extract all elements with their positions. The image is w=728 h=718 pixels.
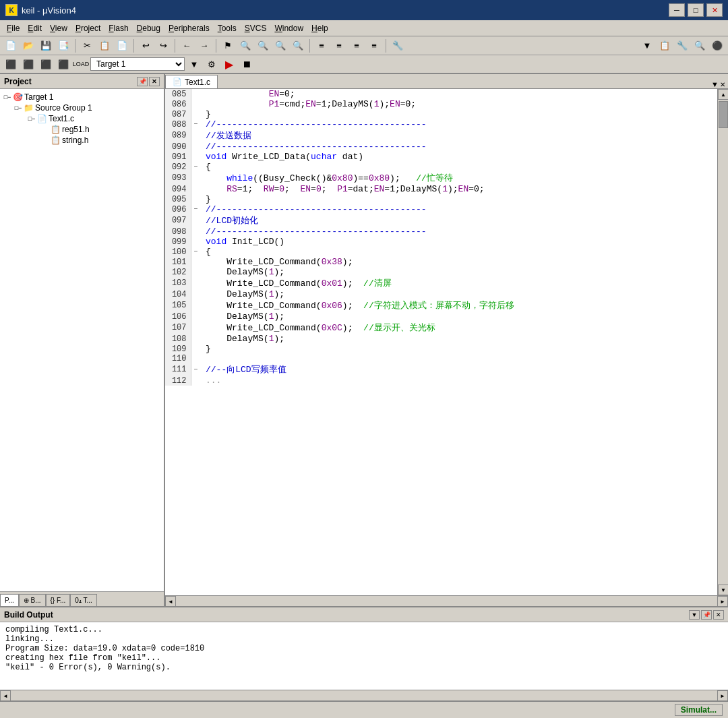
- fold-indicator[interactable]: −: [191, 162, 200, 172]
- tab-books[interactable]: ⊕ B...: [19, 594, 46, 606]
- save-btn[interactable]: 💾: [38, 38, 54, 53]
- fold-indicator[interactable]: [191, 311, 200, 322]
- cut-btn[interactable]: ✂: [79, 38, 95, 53]
- dropdown-btn[interactable]: ▼: [639, 38, 655, 53]
- open-btn[interactable]: 📂: [20, 38, 36, 53]
- vertical-scrollbar[interactable]: ▲ ▼: [717, 89, 728, 595]
- build-htrack[interactable]: [11, 690, 717, 700]
- comment-btn[interactable]: ≡: [348, 38, 365, 53]
- fold-indicator[interactable]: [191, 257, 200, 267]
- fold-indicator[interactable]: [191, 344, 200, 354]
- menu-help[interactable]: Help: [307, 22, 332, 34]
- scroll-up-btn[interactable]: ▲: [718, 89, 728, 100]
- tab-templates[interactable]: 0₄ T...: [70, 594, 97, 606]
- fold-indicator[interactable]: [191, 109, 200, 119]
- fold-indicator[interactable]: [191, 172, 200, 184]
- outdent-btn[interactable]: ≡: [331, 38, 347, 53]
- fold-indicator[interactable]: −: [191, 119, 200, 129]
- new-file-btn[interactable]: 📄: [3, 38, 19, 53]
- menu-flash[interactable]: Flash: [104, 22, 132, 34]
- fold-indicator[interactable]: [191, 194, 200, 204]
- window-controls[interactable]: ─ □ ✕: [669, 3, 723, 17]
- fold-indicator[interactable]: [191, 99, 200, 109]
- scroll-thumb[interactable]: [719, 101, 728, 128]
- build-scroll-left[interactable]: ◄: [0, 690, 11, 701]
- toggle-source-group1[interactable]: □−: [13, 103, 23, 113]
- extra-btn3[interactable]: 🔍: [692, 38, 708, 53]
- fold-indicator[interactable]: [191, 89, 200, 99]
- chip-btn[interactable]: ⬛: [3, 57, 19, 71]
- back-btn[interactable]: ←: [179, 38, 195, 53]
- wizard-btn[interactable]: ⚙: [204, 57, 220, 71]
- editor-close-btn[interactable]: ✕: [720, 81, 725, 88]
- fold-indicator[interactable]: [191, 152, 200, 162]
- menu-project[interactable]: Project: [71, 22, 104, 34]
- find-btn[interactable]: 🔍: [237, 38, 253, 53]
- menu-window[interactable]: Window: [270, 22, 307, 34]
- code-scroll[interactable]: 085 EN=0; 086 P1=cmd;EN=1;DelayMS(1);EN=…: [165, 89, 717, 595]
- chip4-btn[interactable]: ⬛: [55, 57, 71, 71]
- target-select[interactable]: Target 1: [90, 57, 185, 71]
- restore-button[interactable]: □: [688, 3, 704, 17]
- tree-reg51h[interactable]: 📋 reg51.h: [0, 124, 164, 135]
- tree-target1[interactable]: □− 🎯 Target 1: [0, 92, 164, 102]
- fold-indicator[interactable]: [191, 227, 200, 237]
- fold-indicator[interactable]: [191, 376, 200, 386]
- toggle-text1c[interactable]: □−: [27, 114, 36, 123]
- tab-dropdown-icon[interactable]: ▼: [711, 80, 719, 88]
- chip5-btn[interactable]: LOAD: [73, 57, 89, 71]
- redo-btn[interactable]: ↪: [155, 38, 171, 53]
- extra-btn2[interactable]: 🔧: [674, 38, 690, 53]
- find4-btn[interactable]: 🔍: [290, 38, 306, 53]
- forward-btn[interactable]: →: [196, 38, 212, 53]
- menu-svcs[interactable]: SVCS: [241, 22, 271, 34]
- menu-edit[interactable]: Edit: [24, 22, 46, 34]
- build-target-btn[interactable]: ▶: [221, 57, 237, 71]
- undo-btn[interactable]: ↩: [138, 38, 154, 53]
- build-pin-btn[interactable]: 📌: [701, 610, 712, 620]
- bookmark-btn[interactable]: ⚑: [220, 38, 236, 53]
- tab-functions[interactable]: {} F...: [46, 594, 71, 606]
- menu-debug[interactable]: Debug: [133, 22, 164, 34]
- find2-btn[interactable]: 🔍: [255, 38, 271, 53]
- tree-stringh[interactable]: 📋 string.h: [0, 135, 164, 146]
- fold-indicator[interactable]: [191, 129, 200, 142]
- target-options-btn[interactable]: ▼: [186, 57, 202, 71]
- indent-btn[interactable]: ≡: [313, 38, 330, 53]
- stop-btn[interactable]: ⏹: [239, 57, 255, 71]
- menu-file[interactable]: File: [3, 22, 24, 34]
- fold-indicator[interactable]: [191, 267, 200, 277]
- fold-indicator[interactable]: [191, 354, 200, 363]
- fold-indicator[interactable]: [191, 277, 200, 289]
- tab-project[interactable]: P...: [0, 594, 19, 606]
- horizontal-scrollbar[interactable]: ◄ ►: [165, 595, 728, 606]
- scroll-track[interactable]: [718, 100, 728, 585]
- find3-btn[interactable]: 🔍: [272, 38, 289, 53]
- minimize-button[interactable]: ─: [669, 3, 685, 17]
- tree-source-group1[interactable]: □− 📁 Source Group 1: [0, 102, 164, 113]
- fold-indicator[interactable]: −: [191, 247, 200, 257]
- fold-indicator[interactable]: [191, 289, 200, 299]
- build-close-btn[interactable]: ✕: [713, 610, 724, 620]
- fold-indicator[interactable]: [191, 237, 200, 247]
- save-all-btn[interactable]: 📑: [55, 38, 71, 53]
- build-scroll-right[interactable]: ►: [717, 690, 728, 701]
- hscroll-track[interactable]: [176, 596, 717, 606]
- fold-indicator[interactable]: [191, 322, 200, 334]
- menu-peripherals[interactable]: Peripherals: [164, 22, 214, 34]
- tree-text1c[interactable]: □− 📄 Text1.c: [0, 113, 164, 124]
- editor-tab-text1c[interactable]: 📄 Text1.c: [165, 75, 218, 88]
- panel-pin-btn[interactable]: 📌: [137, 77, 148, 86]
- build-btn[interactable]: 🔧: [390, 38, 406, 53]
- fold-indicator[interactable]: −: [191, 363, 200, 376]
- uncomment-btn[interactable]: ≡: [366, 38, 382, 53]
- chip3-btn[interactable]: ⬛: [38, 57, 54, 71]
- fold-indicator[interactable]: [191, 334, 200, 344]
- chip2-btn[interactable]: ⬛: [20, 57, 36, 71]
- menu-view[interactable]: View: [46, 22, 71, 34]
- extra-btn1[interactable]: 📋: [657, 38, 673, 53]
- fold-indicator[interactable]: [191, 184, 200, 194]
- scroll-down-btn[interactable]: ▼: [718, 585, 728, 595]
- build-hscroll[interactable]: ◄ ►: [0, 690, 728, 700]
- scroll-left-btn[interactable]: ◄: [165, 596, 176, 607]
